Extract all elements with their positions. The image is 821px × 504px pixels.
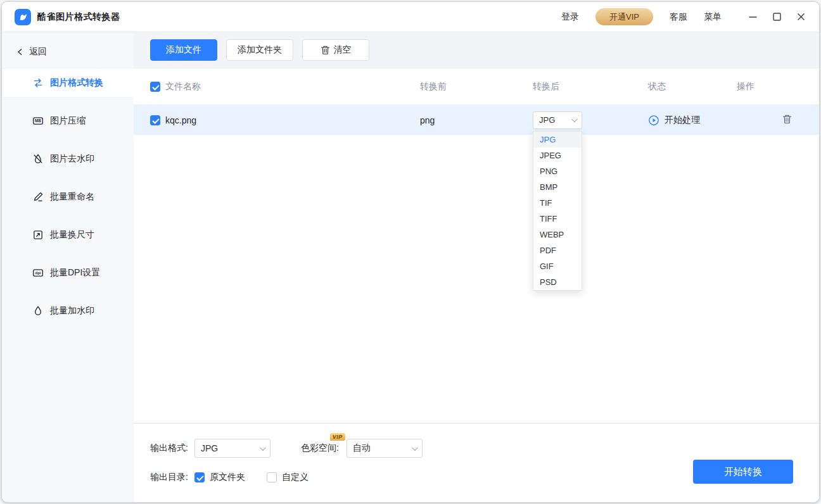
sidebar-item-label: 批量换尺寸 [50, 229, 94, 241]
output-format-value: JPG [201, 443, 218, 453]
format-convert-icon [32, 77, 44, 89]
back-button[interactable]: 返回 [2, 41, 134, 63]
output-format-row: 输出格式: JPG 色彩空间: VIP 自动 [150, 439, 819, 458]
sidebar-item-label: 图片格式转换 [50, 77, 103, 89]
chevron-down-icon [571, 116, 578, 122]
output-dir-label: 输出目录: [150, 472, 188, 483]
sidebar-nav: 图片格式转换 MB 图片压缩 图片去水印 批量重命名 批量换尺寸 [2, 69, 134, 325]
titlebar: 酷雀图片格式转换器 登录 开通VIP 客服 菜单 [2, 2, 819, 32]
app-window: 酷雀图片格式转换器 登录 开通VIP 客服 菜单 [1, 1, 820, 503]
remove-watermark-icon [32, 153, 44, 165]
dropdown-option-png[interactable]: PNG [533, 163, 582, 179]
play-circle-icon [648, 115, 659, 126]
batch-dpi-icon: dpi [32, 267, 44, 279]
trash-icon [321, 45, 330, 55]
dropdown-option-webp[interactable]: WEBP [533, 227, 582, 243]
start-convert-button[interactable]: 开始转换 [693, 460, 793, 484]
sidebar-item-batch-resize[interactable]: 批量换尺寸 [2, 221, 134, 249]
format-dropdown: JPG JPEG PNG BMP TIF TIFF WEBP PDF GIF P… [533, 131, 582, 291]
dir-custom-label: 自定义 [282, 472, 309, 483]
output-format-select[interactable]: JPG [194, 439, 270, 458]
app-title: 酷雀图片格式转换器 [37, 11, 120, 23]
sidebar-item-batch-dpi[interactable]: dpi 批量DPI设置 [2, 259, 134, 287]
sidebar-item-label: 图片去水印 [50, 153, 94, 165]
row-status-label: 开始处理 [665, 115, 700, 126]
batch-resize-icon [32, 229, 44, 241]
sidebar-item-compress[interactable]: MB 图片压缩 [2, 107, 134, 135]
dir-custom-checkbox[interactable] [267, 472, 277, 482]
header-status: 状态 [648, 81, 737, 92]
row-file-name: kqc.png [165, 115, 420, 125]
row-format-select[interactable]: JPG [533, 111, 582, 129]
output-format-label: 输出格式: [150, 443, 188, 454]
svg-text:dpi: dpi [35, 271, 41, 275]
table-header: 文件名称 转换前 转换后 状态 操作 [134, 68, 819, 105]
sidebar-item-remove-watermark[interactable]: 图片去水印 [2, 145, 134, 173]
dir-original-label: 原文件夹 [210, 472, 245, 483]
sidebar: 返回 图片格式转换 MB 图片压缩 图片去水印 批量重命名 [2, 32, 134, 502]
sidebar-item-label: 批量DPI设置 [50, 267, 100, 279]
back-label: 返回 [29, 46, 47, 58]
sidebar-item-label: 图片压缩 [50, 115, 86, 127]
file-list-empty-area [134, 135, 819, 423]
color-space-label: 色彩空间: VIP [301, 443, 339, 454]
dropdown-option-jpeg[interactable]: JPEG [533, 148, 582, 163]
add-file-button[interactable]: 添加文件 [150, 39, 217, 61]
dropdown-option-jpg[interactable]: JPG [533, 132, 582, 148]
dropdown-option-gif[interactable]: GIF [533, 258, 582, 274]
header-before: 转换前 [420, 81, 533, 92]
row-before-format: png [420, 115, 533, 125]
dropdown-option-pdf[interactable]: PDF [533, 243, 582, 258]
maximize-icon[interactable] [768, 9, 785, 25]
dir-custom-option[interactable]: 自定义 [267, 472, 309, 483]
color-space-value: 自动 [353, 443, 371, 454]
dropdown-option-tiff[interactable]: TIFF [533, 211, 582, 227]
row-start-process[interactable]: 开始处理 [648, 115, 737, 126]
sidebar-item-format-convert[interactable]: 图片格式转换 [2, 69, 134, 97]
app-logo-icon [15, 9, 31, 25]
menu-link[interactable]: 菜单 [704, 11, 722, 23]
batch-rename-icon [32, 191, 44, 203]
window-controls [744, 9, 809, 25]
add-folder-button[interactable]: 添加文件夹 [226, 39, 293, 61]
row-format-select-wrap: JPG JPG JPEG PNG BMP TIF TIFF WEBP PDF G… [533, 111, 582, 129]
main-panel: 添加文件 添加文件夹 清空 文件名称 转换前 转换后 状态 操作 kqc.png [134, 32, 819, 502]
titlebar-actions: 登录 开通VIP 客服 菜单 [561, 8, 809, 25]
dropdown-option-tif[interactable]: TIF [533, 195, 582, 211]
sidebar-item-add-watermark[interactable]: 批量加水印 [2, 297, 134, 325]
trash-icon [782, 114, 792, 124]
footer-panel: 输出格式: JPG 色彩空间: VIP 自动 输出目录: [134, 423, 819, 502]
row-checkbox[interactable] [150, 115, 160, 125]
sidebar-item-batch-rename[interactable]: 批量重命名 [2, 183, 134, 211]
chevron-left-icon [17, 48, 23, 56]
minimize-icon[interactable] [744, 9, 761, 25]
dir-original-checkbox[interactable] [194, 472, 205, 482]
header-file-name: 文件名称 [165, 81, 420, 92]
row-format-select-value: JPG [539, 115, 555, 125]
dropdown-option-psd[interactable]: PSD [533, 274, 582, 290]
color-space-select[interactable]: 自动 [347, 439, 423, 458]
vip-button[interactable]: 开通VIP [595, 8, 653, 25]
svg-text:MB: MB [35, 118, 41, 123]
support-link[interactable]: 客服 [670, 11, 687, 23]
table-row: kqc.png png JPG JPG JPEG PNG BMP TIF TIF… [134, 105, 819, 135]
header-after: 转换后 [533, 81, 648, 92]
compress-mb-icon: MB [32, 115, 44, 127]
select-all-checkbox[interactable] [150, 82, 160, 92]
chevron-down-icon [260, 444, 266, 451]
clear-label: 清空 [334, 44, 352, 56]
close-icon[interactable] [792, 9, 809, 25]
dropdown-option-bmp[interactable]: BMP [533, 179, 582, 195]
vip-badge: VIP [330, 433, 345, 441]
login-link[interactable]: 登录 [561, 11, 579, 23]
toolbar: 添加文件 添加文件夹 清空 [134, 32, 819, 68]
dir-original-option[interactable]: 原文件夹 [194, 472, 245, 483]
header-action: 操作 [737, 81, 811, 92]
sidebar-item-label: 批量重命名 [50, 191, 94, 203]
sidebar-item-label: 批量加水印 [50, 305, 94, 317]
chevron-down-icon [412, 444, 418, 451]
add-watermark-icon [32, 305, 44, 317]
clear-button[interactable]: 清空 [302, 39, 369, 61]
row-delete-button[interactable] [762, 114, 811, 126]
